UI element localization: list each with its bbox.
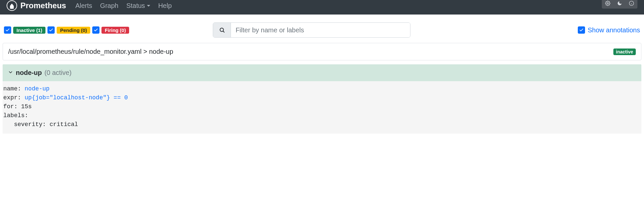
rule-file-path: /usr/local/prometheus/rule/node_monitor.… [8, 48, 173, 55]
top-navbar: Prometheus Alerts Graph Status Help [0, 0, 644, 15]
pending-badge: Pending (0) [57, 27, 90, 34]
nav-help[interactable]: Help [158, 2, 172, 10]
rule-group-name: node-up [16, 69, 42, 77]
rule-severity-line: severity: critical [3, 121, 78, 128]
moon-icon [617, 1, 622, 6]
show-annotations-toggle[interactable]: Show annotations [578, 26, 640, 34]
nav-status[interactable]: Status [126, 2, 150, 10]
rule-name-key: name: [3, 85, 25, 92]
svg-rect-1 [10, 8, 14, 9]
search-box [213, 22, 410, 38]
rule-body: name: node-up expr: up{job="localhost-no… [3, 81, 641, 134]
theme-toggle-button[interactable] [614, 0, 626, 9]
brand-text: Prometheus [20, 1, 66, 10]
svg-line-7 [223, 31, 224, 32]
rule-group-active-count: (0 active) [44, 69, 71, 77]
rule-file-header[interactable]: /usr/local/prometheus/rule/node_monitor.… [3, 43, 641, 60]
firing-badge: Firing (0) [101, 27, 129, 34]
nav-graph[interactable]: Graph [100, 2, 119, 10]
svg-point-2 [607, 3, 608, 4]
search-icon-box [213, 23, 231, 37]
firing-checkbox[interactable] [92, 26, 99, 34]
inactive-badge: Inactive (1) [13, 27, 45, 34]
filter-row: Inactive (1) Pending (0) Firing (0) Show… [3, 17, 641, 40]
info-icon [629, 1, 634, 6]
info-button[interactable] [626, 0, 637, 9]
rule-name-value[interactable]: node-up [25, 85, 50, 92]
chevron-down-icon [8, 69, 13, 77]
pending-checkbox[interactable] [47, 26, 55, 34]
settings-button[interactable] [602, 0, 614, 9]
state-filters: Inactive (1) Pending (0) Firing (0) [4, 26, 129, 34]
nav-alerts[interactable]: Alerts [75, 2, 92, 10]
rule-labels-line: labels: [3, 112, 28, 119]
rule-expr-key: expr: [3, 94, 25, 101]
inactive-checkbox[interactable] [4, 26, 11, 34]
show-annotations-label: Show annotations [588, 26, 640, 34]
rule-group: node-up (0 active) name: node-up expr: u… [3, 64, 641, 134]
search-input[interactable] [231, 23, 410, 37]
brand[interactable]: Prometheus [7, 0, 66, 11]
prometheus-logo-icon [7, 0, 17, 11]
gear-icon [605, 1, 610, 6]
rule-for-line: for: 15s [3, 103, 32, 110]
rule-file-status-badge: inactive [613, 49, 636, 55]
navbar-right-buttons [602, 0, 637, 9]
search-icon [219, 27, 225, 33]
rule-group-header[interactable]: node-up (0 active) [3, 64, 641, 81]
rule-expr-value[interactable]: up{job="localhost-node"} == 0 [25, 94, 128, 101]
show-annotations-checkbox[interactable] [578, 26, 585, 34]
